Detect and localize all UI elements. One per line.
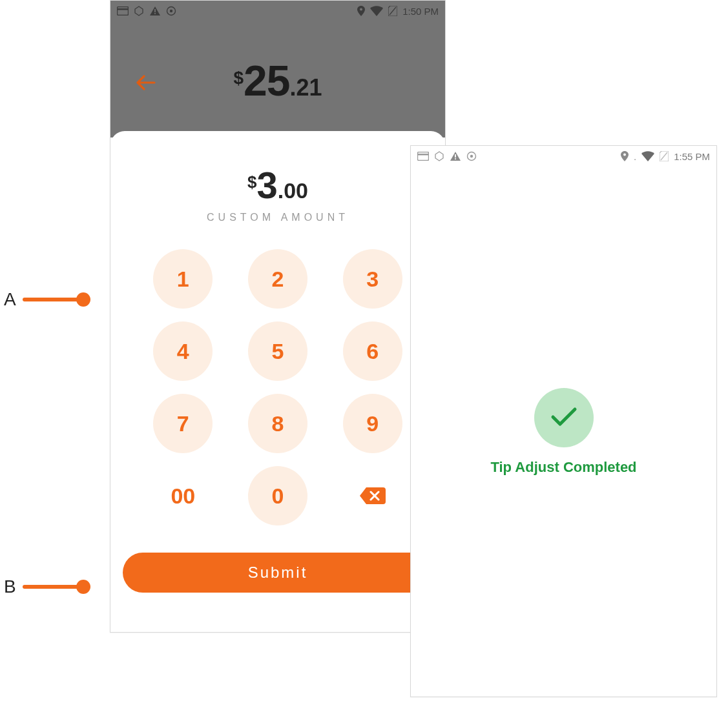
sim-icon (388, 6, 397, 16)
phone-success: . 1:55 PM Tip Adjust Completed (410, 145, 717, 697)
dot-icon: . (634, 151, 636, 162)
backspace-icon (359, 485, 387, 506)
custom-whole: 3 (256, 164, 277, 206)
svg-rect-14 (455, 154, 456, 158)
polygon-icon (434, 151, 444, 161)
phone-custom-tip: 1:50 PM $25.21 $3.00 CUSTOM AMOUNT 1 2 3… (110, 0, 446, 633)
polygon-icon (134, 6, 144, 16)
circle-icon (466, 151, 477, 161)
wifi-icon (370, 6, 383, 16)
callout-b-line (23, 585, 84, 589)
svg-point-7 (170, 10, 172, 12)
warning-icon (149, 6, 161, 16)
custom-currency: $ (247, 172, 256, 192)
status-time: 1:50 PM (402, 6, 439, 17)
total-cents: .21 (289, 74, 322, 101)
submit-label: Submit (248, 564, 308, 582)
total-currency: $ (233, 68, 244, 88)
status-time: 1:55 PM (674, 151, 710, 162)
svg-marker-2 (135, 6, 143, 15)
callout-b-label: B (4, 576, 16, 597)
keypad-7[interactable]: 7 (153, 394, 213, 453)
status-bar: 1:50 PM (110, 1, 445, 21)
svg-point-18 (623, 154, 626, 156)
keypad-5[interactable]: 5 (248, 321, 307, 381)
dimmed-header: $25.21 (110, 21, 445, 138)
keypad-8[interactable]: 8 (248, 394, 307, 453)
svg-rect-11 (417, 154, 429, 156)
svg-line-19 (661, 152, 667, 160)
callout-a-line (23, 298, 84, 301)
keypad-00[interactable]: 00 (153, 466, 213, 525)
svg-rect-1 (117, 8, 129, 10)
callout-b: B (4, 576, 84, 597)
callout-a-label: A (4, 289, 16, 310)
total-amount: $25.21 (110, 21, 445, 105)
keypad-backspace[interactable] (343, 466, 402, 525)
callout-a: A (4, 289, 84, 310)
custom-cents: .00 (278, 178, 308, 203)
keypad-9[interactable]: 9 (343, 394, 402, 453)
submit-button[interactable]: Submit (123, 553, 433, 593)
location-icon (621, 151, 629, 161)
keypad-2[interactable]: 2 (248, 249, 307, 309)
circle-icon (166, 6, 176, 16)
check-icon (549, 405, 579, 431)
custom-amount-label: CUSTOM AMOUNT (110, 212, 445, 223)
svg-rect-5 (154, 13, 156, 14)
svg-rect-10 (418, 152, 429, 161)
svg-rect-4 (154, 9, 156, 12)
location-icon (357, 6, 365, 16)
sim-icon (660, 151, 669, 161)
success-panel: Tip Adjust Completed (411, 167, 716, 697)
success-circle (534, 388, 594, 447)
keypad-6[interactable]: 6 (343, 321, 402, 381)
status-bar: . 1:55 PM (411, 146, 716, 167)
svg-marker-12 (435, 152, 443, 161)
svg-point-17 (470, 155, 473, 158)
svg-point-8 (360, 8, 362, 11)
keypad-3[interactable]: 3 (343, 249, 402, 309)
success-text: Tip Adjust Completed (490, 459, 636, 476)
custom-amount-sheet: $3.00 CUSTOM AMOUNT 1 2 3 4 5 6 7 8 9 00… (110, 131, 445, 632)
card-icon (117, 6, 129, 15)
keypad-4[interactable]: 4 (153, 321, 213, 381)
svg-line-9 (390, 7, 396, 15)
wifi-icon (641, 151, 654, 161)
keypad-0[interactable]: 0 (248, 466, 307, 525)
total-whole: 25 (244, 57, 289, 105)
card-icon (417, 152, 429, 161)
svg-rect-15 (455, 158, 456, 159)
warning-icon (450, 151, 461, 161)
custom-amount: $3.00 (110, 163, 445, 207)
back-button[interactable] (136, 74, 156, 94)
svg-rect-0 (118, 7, 129, 15)
keypad: 1 2 3 4 5 6 7 8 9 00 0 (149, 249, 407, 525)
keypad-1[interactable]: 1 (153, 249, 213, 309)
